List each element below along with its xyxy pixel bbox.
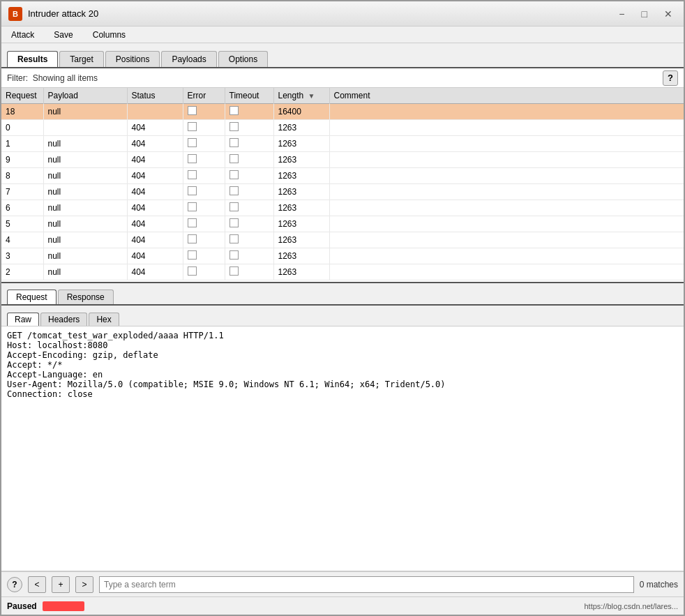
table-row[interactable]: 8null4041263: [1, 168, 684, 184]
table-cell-5: 1263: [273, 264, 329, 280]
table-cell-6: [329, 248, 684, 264]
table-cell-4: [225, 184, 273, 200]
table-row[interactable]: 9null4041263: [1, 152, 684, 168]
subtab-hex[interactable]: Hex: [89, 313, 119, 326]
title-bar: B Intruder attack 20 − □ ✕: [1, 1, 684, 27]
table-cell-0: 6: [1, 200, 43, 216]
table-cell-1: null: [43, 104, 127, 120]
timeout-checkbox[interactable]: [229, 122, 239, 131]
table-row[interactable]: 6null4041263: [1, 200, 684, 216]
timeout-checkbox[interactable]: [229, 186, 239, 195]
error-checkbox[interactable]: [188, 186, 197, 195]
filter-help-button[interactable]: ?: [663, 70, 678, 86]
tab-response[interactable]: Response: [58, 290, 114, 304]
table-row[interactable]: 2null4041263: [1, 264, 684, 280]
req-resp-tabs: Request Response: [1, 283, 684, 306]
col-header-request[interactable]: Request: [1, 88, 43, 104]
table-cell-1: null: [43, 264, 127, 280]
table-cell-4: [225, 104, 273, 120]
error-checkbox[interactable]: [188, 106, 197, 115]
table-cell-1: null: [43, 136, 127, 152]
error-checkbox[interactable]: [188, 202, 197, 211]
col-header-payload[interactable]: Payload: [43, 88, 127, 104]
paused-bar: Paused https://blog.csdn.net/lares...: [1, 596, 684, 615]
table-cell-4: [225, 136, 273, 152]
table-row[interactable]: 04041263: [1, 120, 684, 136]
request-content-text: GET /tomcat_test_war_exploded/aaaa HTTP/…: [7, 331, 678, 399]
table-cell-2: 404: [127, 120, 183, 136]
title-bar-left: B Intruder attack 20: [8, 7, 98, 21]
subtab-headers[interactable]: Headers: [40, 313, 87, 326]
menu-save[interactable]: Save: [50, 29, 77, 41]
timeout-checkbox[interactable]: [229, 250, 239, 260]
table-cell-2: [127, 104, 183, 120]
tab-options[interactable]: Options: [218, 51, 268, 67]
tab-target[interactable]: Target: [59, 51, 103, 67]
table-cell-5: 1263: [273, 216, 329, 232]
close-button[interactable]: ✕: [660, 8, 677, 20]
error-checkbox[interactable]: [188, 138, 197, 147]
table-row[interactable]: 18null16400: [1, 104, 684, 120]
plus-button[interactable]: +: [52, 576, 70, 593]
table-cell-0: 8: [1, 168, 43, 184]
error-checkbox[interactable]: [188, 234, 197, 243]
app-icon: B: [8, 7, 22, 21]
timeout-checkbox[interactable]: [229, 202, 239, 211]
menu-columns[interactable]: Columns: [89, 29, 130, 41]
tab-positions[interactable]: Positions: [105, 51, 160, 67]
table-row[interactable]: 1null4041263: [1, 136, 684, 152]
menu-attack[interactable]: Attack: [7, 29, 38, 41]
col-header-timeout[interactable]: Timeout: [225, 88, 273, 104]
minimize-button[interactable]: −: [615, 8, 628, 20]
table-row[interactable]: 7null4041263: [1, 184, 684, 200]
tab-request[interactable]: Request: [7, 290, 57, 304]
error-checkbox[interactable]: [188, 170, 197, 179]
timeout-checkbox[interactable]: [229, 266, 239, 276]
table-cell-2: 404: [127, 136, 183, 152]
table-cell-0: 7: [1, 184, 43, 200]
main-window: B Intruder attack 20 − □ ✕ Attack Save C…: [0, 0, 685, 616]
error-checkbox[interactable]: [188, 154, 197, 163]
col-header-length[interactable]: Length ▼: [273, 88, 329, 104]
timeout-checkbox[interactable]: [229, 138, 239, 147]
tab-results[interactable]: Results: [7, 51, 58, 67]
error-checkbox[interactable]: [188, 122, 197, 131]
subtab-raw[interactable]: Raw: [7, 313, 39, 326]
table-cell-3: [183, 120, 225, 136]
table-cell-2: 404: [127, 168, 183, 184]
table-cell-1: [43, 120, 127, 136]
table-cell-3: [183, 152, 225, 168]
table-cell-0: 0: [1, 120, 43, 136]
table-cell-3: [183, 104, 225, 120]
table-row[interactable]: 3null4041263: [1, 248, 684, 264]
table-cell-6: [329, 200, 684, 216]
search-input[interactable]: [99, 576, 634, 593]
help-circle-button[interactable]: ?: [7, 577, 22, 592]
search-bar: ? < + > 0 matches: [1, 571, 684, 596]
table-cell-4: [225, 232, 273, 248]
table-cell-5: 1263: [273, 232, 329, 248]
results-table-container: Request Payload Status Error Timeout Len…: [1, 88, 684, 283]
tab-payloads[interactable]: Payloads: [161, 51, 216, 67]
filter-text: Filter: Showing all items: [7, 73, 98, 83]
col-header-status[interactable]: Status: [127, 88, 183, 104]
next-button[interactable]: >: [75, 576, 93, 593]
table-cell-5: 1263: [273, 152, 329, 168]
table-cell-1: null: [43, 184, 127, 200]
prev-button[interactable]: <: [28, 576, 46, 593]
timeout-checkbox[interactable]: [229, 218, 239, 227]
table-cell-6: [329, 104, 684, 120]
error-checkbox[interactable]: [188, 218, 197, 227]
timeout-checkbox[interactable]: [229, 170, 239, 179]
timeout-checkbox[interactable]: [229, 154, 239, 163]
col-header-error[interactable]: Error: [183, 88, 225, 104]
timeout-checkbox[interactable]: [229, 106, 239, 115]
error-checkbox[interactable]: [188, 250, 197, 260]
table-cell-0: 5: [1, 216, 43, 232]
error-checkbox[interactable]: [188, 266, 197, 276]
maximize-button[interactable]: □: [638, 8, 652, 20]
table-row[interactable]: 4null4041263: [1, 232, 684, 248]
table-row[interactable]: 5null4041263: [1, 216, 684, 232]
col-header-comment[interactable]: Comment: [329, 88, 684, 104]
timeout-checkbox[interactable]: [229, 234, 239, 243]
